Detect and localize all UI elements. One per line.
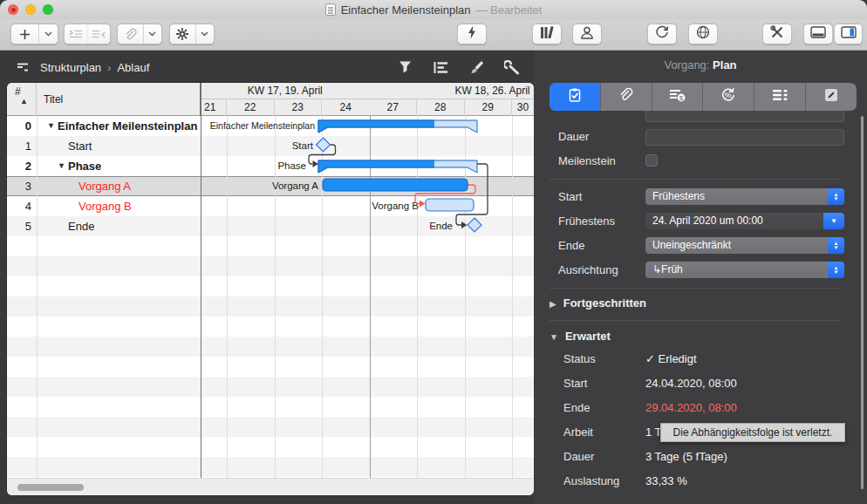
link-vorgang-a-to-b-violated-arrowhead bbox=[420, 201, 426, 208]
toggle-right-panel-button[interactable] bbox=[834, 24, 863, 44]
sort-ascending-icon: ▲ bbox=[20, 97, 28, 106]
row-title[interactable]: Phase bbox=[68, 156, 101, 176]
svg-text:%: % bbox=[725, 91, 732, 99]
ende-constraint-label: Ende bbox=[558, 239, 584, 252]
dauer-input[interactable] bbox=[645, 129, 844, 146]
toggle-bottom-panel-button[interactable] bbox=[803, 24, 833, 44]
panel-bottom-icon bbox=[810, 26, 826, 42]
table-row[interactable]: 0 ▼ Einfacher Meilensteinplan bbox=[7, 116, 201, 136]
day-header: 30 bbox=[512, 99, 534, 116]
tab-utilization[interactable]: % bbox=[702, 83, 754, 111]
filter-funnel-icon[interactable] bbox=[395, 58, 414, 77]
outline-style-icon[interactable] bbox=[431, 58, 450, 77]
close-button[interactable] bbox=[8, 4, 18, 15]
network-button[interactable] bbox=[688, 24, 718, 44]
horizontal-scrollbar-thumb[interactable] bbox=[17, 484, 84, 491]
link-phase-to-ende[interactable] bbox=[456, 164, 488, 225]
column-header-title[interactable]: Titel bbox=[37, 83, 201, 116]
start-constraint-popup[interactable]: Frühestens ▲▼ bbox=[645, 188, 844, 205]
zoom-button[interactable] bbox=[43, 4, 53, 15]
section-erwartet[interactable]: ▼Erwartet bbox=[550, 330, 611, 343]
disclosure-expanded-icon[interactable]: ▼ bbox=[550, 332, 558, 342]
table-header: # ▲ Titel KW 17, 19. April KW 18, 26. Ap… bbox=[7, 83, 534, 116]
erwartet-dauer-label: Dauer bbox=[563, 450, 594, 463]
plus-icon[interactable] bbox=[11, 24, 38, 44]
document-icon bbox=[325, 3, 336, 16]
table-row[interactable]: 5 Ende bbox=[7, 216, 201, 236]
fruehestens-date-combo[interactable]: 24. April 2020 um 00:00 ▼ bbox=[645, 213, 844, 229]
resources-button[interactable] bbox=[572, 24, 602, 44]
person-icon bbox=[580, 26, 594, 43]
erwartet-dauer-value: 3 Tage (5 fTage) bbox=[645, 450, 727, 463]
table-row[interactable]: 1 Start bbox=[7, 136, 201, 156]
minimize-button[interactable] bbox=[25, 4, 36, 15]
popup-stepper-icon[interactable]: ▲▼ bbox=[828, 262, 844, 278]
table-row-selected[interactable]: 3 Vorgang A bbox=[7, 176, 201, 196]
library-button[interactable] bbox=[532, 24, 562, 44]
gear-icon[interactable] bbox=[170, 24, 195, 44]
breadcrumb: Strukturplan › Ablauf bbox=[7, 54, 534, 80]
tab-plan[interactable] bbox=[550, 83, 600, 111]
paperclip-icon[interactable] bbox=[118, 24, 143, 44]
gantt-chart: Einfacher MeilensteinplanStartPhaseVorga… bbox=[201, 116, 534, 478]
row-title[interactable]: Start bbox=[68, 136, 92, 156]
column-header-number[interactable]: # ▲ bbox=[7, 83, 37, 116]
disclosure-triangle-icon[interactable]: ▼ bbox=[58, 156, 65, 176]
ende-constraint-popup[interactable]: Uneingeschränkt ▲▼ bbox=[645, 237, 844, 254]
popup-stepper-icon[interactable]: ▲▼ bbox=[828, 237, 844, 254]
table-row[interactable]: 4 Vorgang B bbox=[7, 196, 201, 216]
gantt-svg bbox=[201, 116, 534, 478]
tab-attachments[interactable] bbox=[600, 83, 652, 111]
erwartet-ende-value: 29.04.2020, 08:00 bbox=[645, 401, 737, 414]
dauer-label: Dauer bbox=[558, 130, 589, 143]
row-number: 2 bbox=[7, 156, 31, 176]
sync-button[interactable] bbox=[647, 24, 677, 44]
sync-icon bbox=[655, 25, 669, 43]
ausrichtung-popup[interactable]: ↳Früh ▲▼ bbox=[645, 262, 844, 278]
erwartet-ende-label: Ende bbox=[563, 401, 590, 414]
tab-notes[interactable] bbox=[805, 83, 857, 111]
task-bar-vorgang-b[interactable] bbox=[426, 199, 474, 211]
disclosure-collapsed-icon[interactable]: ▶ bbox=[550, 299, 556, 309]
vertical-scrollbar-thumb[interactable] bbox=[861, 116, 864, 489]
combo-chevron-down-icon[interactable]: ▼ bbox=[823, 213, 844, 229]
chevron-down-icon[interactable] bbox=[143, 24, 161, 44]
outdent-icon[interactable] bbox=[87, 24, 110, 44]
milestone-ende[interactable] bbox=[468, 218, 481, 232]
window-title: Einfacher Meilensteinplan — Bearbeitet bbox=[325, 3, 543, 17]
tab-finances[interactable]: $ bbox=[652, 83, 703, 111]
breadcrumb-item-strukturplan[interactable]: Strukturplan bbox=[40, 61, 101, 74]
breadcrumb-item-ablauf[interactable]: Ablauf bbox=[117, 61, 149, 74]
row-title[interactable]: Einfacher Meilensteinplan bbox=[58, 116, 197, 136]
row-title[interactable]: Ende bbox=[68, 216, 94, 236]
divider bbox=[550, 288, 841, 289]
outline-view-icon bbox=[14, 58, 33, 77]
tab-columns[interactable] bbox=[754, 83, 805, 111]
popup-stepper-icon[interactable]: ▲▼ bbox=[828, 188, 844, 205]
gantt-week-header: KW 17, 19. April KW 18, 26. April bbox=[201, 83, 534, 99]
actions-button[interactable] bbox=[457, 24, 487, 44]
arbeit-input-partial[interactable] bbox=[645, 111, 844, 122]
disclosure-triangle-icon[interactable]: ▼ bbox=[47, 116, 55, 136]
brush-icon[interactable] bbox=[467, 58, 486, 77]
add-button-group[interactable] bbox=[10, 24, 58, 44]
task-bar-vorgang-a[interactable] bbox=[323, 179, 468, 191]
attach-button-group bbox=[117, 24, 162, 44]
indent-icon[interactable] bbox=[65, 24, 87, 44]
row-title[interactable]: Vorgang A bbox=[79, 176, 131, 196]
row-title[interactable]: Vorgang B bbox=[79, 196, 132, 216]
chevron-down-icon[interactable] bbox=[38, 24, 58, 44]
tools-button[interactable] bbox=[762, 24, 792, 44]
table-row[interactable]: 2 ▼ Phase bbox=[7, 156, 201, 176]
attachment-icon bbox=[618, 87, 634, 106]
arbeit-label: Arbeit bbox=[563, 426, 593, 439]
ausrichtung-label: Ausrichtung bbox=[558, 263, 618, 276]
meilenstein-checkbox[interactable] bbox=[645, 154, 658, 167]
table-gantt-divider[interactable] bbox=[201, 83, 201, 495]
dependency-violation-tooltip: Die Abhängigkeitsfolge ist verletzt. bbox=[660, 423, 845, 442]
section-fortgeschritten[interactable]: ▶Fortgeschritten bbox=[550, 296, 646, 310]
chevron-down-icon[interactable] bbox=[195, 24, 214, 44]
milestone-start[interactable] bbox=[317, 138, 331, 152]
wrench-icon[interactable] bbox=[502, 58, 522, 77]
erwartet-start-value: 24.04.2020, 08:00 bbox=[645, 377, 737, 390]
